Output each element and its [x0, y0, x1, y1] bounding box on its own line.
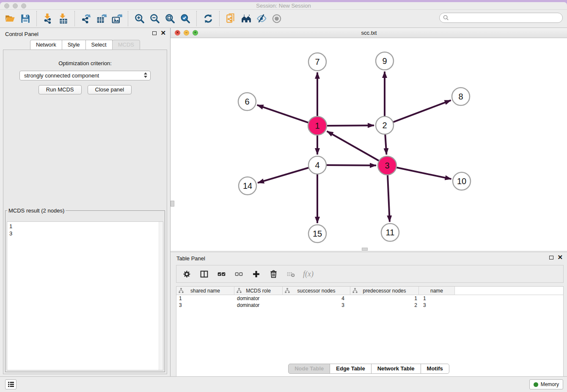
cell-predecessor-nodes[interactable]: 2: [350, 302, 419, 309]
table-row[interactable]: 3 dominator 3 2 3: [176, 302, 563, 309]
graph-node-15[interactable]: 15: [308, 225, 326, 243]
delete-column-icon[interactable]: [268, 269, 278, 279]
export-image-icon[interactable]: [109, 11, 124, 26]
tab-motifs[interactable]: Motifs: [421, 364, 449, 374]
network-canvas[interactable]: 7968124314101511: [171, 38, 567, 251]
cell-shared-name[interactable]: 1: [176, 295, 234, 302]
column-type-icon: [285, 288, 290, 293]
left-splitter-handle[interactable]: [171, 201, 174, 207]
search-box[interactable]: [439, 13, 563, 23]
criterion-select[interactable]: strongly connected component: [19, 71, 151, 80]
function-builder-icon[interactable]: f(x): [303, 270, 314, 279]
table-panel-title: Table Panel: [176, 255, 205, 262]
run-mcds-button[interactable]: Run MCDS: [39, 85, 82, 94]
memory-button[interactable]: Memory: [529, 379, 563, 389]
cell-shared-name[interactable]: 3: [176, 302, 234, 309]
result-scrollbar[interactable]: [159, 222, 163, 370]
cell-successor-nodes[interactable]: 3: [283, 302, 350, 309]
toolbar-separator: [74, 11, 75, 26]
table-settings-icon[interactable]: [182, 269, 192, 279]
graph-edge-1-2[interactable]: [327, 125, 374, 126]
close-panel-icon[interactable]: ✕: [160, 31, 166, 35]
column-header-shared-name[interactable]: shared name: [176, 287, 234, 295]
graph-edge-2-8[interactable]: [393, 100, 451, 122]
svg-text:14: 14: [243, 181, 252, 190]
create-column-icon[interactable]: [251, 269, 261, 279]
zoom-fit-icon[interactable]: [162, 11, 178, 26]
graph-node-4[interactable]: 4: [308, 156, 326, 174]
column-type-icon: [352, 288, 358, 293]
svg-text:4: 4: [315, 160, 319, 170]
float-table-panel-icon[interactable]: [549, 256, 553, 259]
hide-selected-icon[interactable]: [254, 11, 269, 26]
graph-edge-3-11[interactable]: [388, 175, 390, 222]
graph-node-6[interactable]: 6: [238, 93, 256, 110]
graph-node-2[interactable]: 2: [376, 116, 394, 134]
tab-select[interactable]: Select: [85, 40, 113, 50]
import-table-icon[interactable]: [56, 11, 71, 26]
column-header-name[interactable]: name: [419, 287, 455, 295]
first-neighbors-icon[interactable]: [239, 11, 254, 26]
float-panel-icon[interactable]: [152, 31, 157, 35]
graph-node-1[interactable]: 1: [308, 116, 327, 135]
save-session-icon[interactable]: [18, 11, 33, 26]
import-network-icon[interactable]: [41, 11, 56, 26]
cell-successor-nodes[interactable]: 4: [283, 295, 350, 302]
control-panel: Control Panel ✕ Network Style Select MCD…: [0, 28, 171, 377]
search-icon: [443, 15, 449, 21]
toolbar-separator: [196, 11, 197, 26]
graph-edge-2-3[interactable]: [385, 134, 386, 155]
graph-node-10[interactable]: 10: [453, 172, 471, 190]
tab-edge-table[interactable]: Edge Table: [330, 364, 371, 374]
graph-edge-3-10[interactable]: [396, 168, 451, 179]
close-table-panel-icon[interactable]: ✕: [557, 255, 563, 259]
zoom-in-icon[interactable]: [132, 11, 147, 26]
tab-node-table[interactable]: Node Table: [288, 364, 330, 374]
graph-edge-1-6[interactable]: [257, 105, 309, 123]
open-session-icon[interactable]: [3, 11, 18, 26]
mcds-result-text[interactable]: 1 3: [7, 221, 163, 370]
cell-name[interactable]: 3: [419, 302, 455, 309]
bottom-splitter-handle[interactable]: [362, 248, 368, 251]
export-table-icon[interactable]: [94, 11, 109, 26]
tab-network-table[interactable]: Network Table: [371, 364, 421, 374]
column-header-predecessor-nodes[interactable]: predecessor nodes: [350, 287, 419, 295]
criterion-selected-value: strongly connected component: [24, 72, 99, 79]
graph-node-7[interactable]: 7: [308, 53, 326, 71]
graph-node-3[interactable]: 3: [378, 156, 396, 175]
cell-mcds-role[interactable]: dominator: [234, 302, 283, 309]
tab-style[interactable]: Style: [62, 40, 86, 50]
task-history-button[interactable]: [5, 379, 17, 389]
table-row[interactable]: 1 dominator 4 1 1: [176, 295, 563, 302]
graph-node-9[interactable]: 9: [376, 52, 394, 70]
search-input[interactable]: [451, 14, 559, 22]
network-window-titlebar[interactable]: ✕ − + scc.txt: [171, 28, 567, 38]
refresh-network-icon[interactable]: [201, 11, 216, 26]
cell-name[interactable]: 1: [419, 295, 455, 302]
graph-edge-3-1[interactable]: [327, 131, 379, 161]
zoom-out-icon[interactable]: [147, 11, 162, 26]
split-table-view-icon[interactable]: [199, 269, 209, 279]
graph-node-11[interactable]: 11: [381, 224, 399, 241]
graph-edge-4-3[interactable]: [326, 165, 376, 166]
export-network-icon[interactable]: [79, 11, 94, 26]
delete-table-icon[interactable]: [286, 269, 296, 279]
toolbar-separator: [219, 11, 220, 26]
zoom-selected-icon[interactable]: [178, 11, 193, 26]
tab-mcds[interactable]: MCDS: [112, 40, 140, 50]
column-header-mcds-role[interactable]: MCDS role: [234, 287, 283, 295]
deselect-all-columns-icon[interactable]: [234, 269, 244, 279]
column-header-successor-nodes[interactable]: successor nodes: [283, 287, 350, 295]
graph-edge-4-14[interactable]: [258, 168, 309, 183]
svg-text:6: 6: [245, 97, 249, 106]
cell-predecessor-nodes[interactable]: 1: [350, 295, 419, 302]
tab-network[interactable]: Network: [30, 40, 62, 50]
show-all-icon[interactable]: [269, 11, 284, 26]
new-network-from-selection-icon[interactable]: [223, 11, 239, 26]
close-panel-button[interactable]: Close panel: [88, 85, 132, 94]
cell-mcds-role[interactable]: dominator: [234, 295, 283, 302]
graph-node-8[interactable]: 8: [452, 88, 470, 105]
select-all-columns-icon[interactable]: [216, 269, 226, 279]
graph-node-14[interactable]: 14: [239, 177, 256, 195]
column-header-filler: [455, 287, 563, 295]
